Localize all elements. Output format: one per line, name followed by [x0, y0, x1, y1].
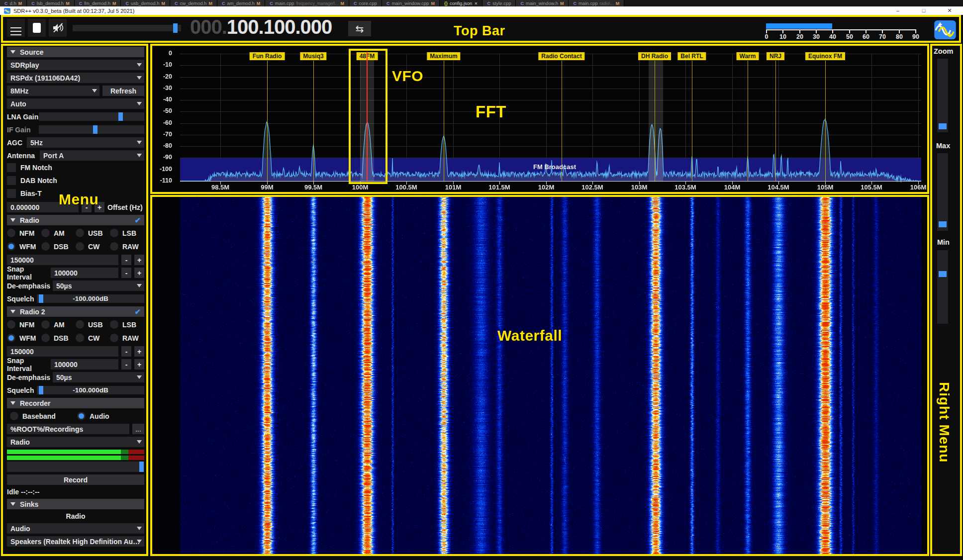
- min-slider[interactable]: [937, 250, 948, 324]
- station-label-maximum[interactable]: Maximum: [427, 52, 460, 60]
- menu-toggle-button[interactable]: [7, 19, 25, 37]
- mode-option-dsb[interactable]: DSB: [41, 334, 76, 342]
- vfo2-bandwidth-band[interactable]: [649, 54, 663, 181]
- module-enabled-checkmark-icon[interactable]: ✔: [134, 216, 141, 225]
- frequency-dim-digits[interactable]: 000.: [190, 16, 227, 38]
- station-label-musiq3[interactable]: Musiq3: [300, 52, 326, 60]
- station-label-fun-radio[interactable]: Fun Radio: [250, 52, 285, 60]
- lna-gain-slider[interactable]: [39, 112, 144, 121]
- mode-option-usb[interactable]: USB: [76, 229, 110, 237]
- bandwidth-dropdown[interactable]: 8MHz: [7, 86, 99, 96]
- de-emphasis-dropdown[interactable]: 50µs: [53, 280, 144, 291]
- bias-t-checkbox[interactable]: [7, 189, 16, 198]
- mode-option-am[interactable]: AM: [41, 229, 76, 237]
- section-header-recorder[interactable]: Recorder: [7, 398, 144, 408]
- sink-type-dropdown[interactable]: Audio: [7, 523, 144, 534]
- station-label-nrj[interactable]: NRJ: [767, 52, 784, 60]
- station-label-bel-rtl[interactable]: Bel RTL: [677, 52, 706, 60]
- max-slider-handle[interactable]: [939, 221, 947, 227]
- editor-tab-main-cpp[interactable]: Cmain.cppradio\...M: [569, 0, 624, 6]
- close-button[interactable]: ✕: [941, 6, 958, 15]
- bandwidth-input[interactable]: 150000: [7, 255, 118, 265]
- recorder-mode-audio[interactable]: Audio: [77, 412, 144, 420]
- volume-slider-handle[interactable]: [173, 23, 178, 33]
- mode-option-lsb[interactable]: LSB: [110, 320, 144, 329]
- frequency-digits[interactable]: 100.100.000: [227, 16, 332, 38]
- squelch-slider[interactable]: -100.000dB: [37, 294, 144, 303]
- editor-tab-cw-demod-h[interactable]: Ccw_demod.hM: [170, 0, 217, 6]
- mode-option-cw[interactable]: CW: [76, 334, 110, 342]
- editor-tab-fm-demod-h[interactable]: Cfm_demod.hM: [75, 0, 121, 6]
- audio-device-dropdown[interactable]: Speakers (Realtek High Definition Audio): [7, 536, 144, 547]
- refresh-button[interactable]: Refresh: [102, 86, 144, 96]
- decrement-button[interactable]: -: [121, 359, 131, 370]
- mode-option-lsb[interactable]: LSB: [110, 229, 144, 237]
- waterfall-display[interactable]: [153, 197, 927, 555]
- editor-tab-main-cpp[interactable]: Cmain.cppfrequency_manager\...M: [265, 0, 349, 6]
- section-header-sinks[interactable]: Sinks: [7, 499, 144, 509]
- squelch-slider[interactable]: -100.000dB: [37, 386, 144, 394]
- tab-close-icon[interactable]: ✕: [474, 1, 478, 6]
- mode-option-raw[interactable]: RAW: [110, 242, 144, 251]
- antenna-dropdown[interactable]: Port A: [40, 150, 144, 161]
- slider-handle[interactable]: [118, 112, 123, 121]
- station-label-equinox-fm[interactable]: Equinox FM: [805, 52, 845, 60]
- station-label-dh-radio[interactable]: DH Radio: [638, 52, 671, 60]
- agc-dropdown[interactable]: 5Hz: [27, 137, 144, 148]
- if-gain-slider[interactable]: [39, 125, 144, 134]
- module-enabled-checkmark-icon[interactable]: ✔: [134, 307, 141, 316]
- recording-path-input[interactable]: %ROOT%/Recordings: [7, 424, 129, 434]
- source-type-dropdown[interactable]: SDRplay: [7, 60, 144, 70]
- volume-handle[interactable]: [139, 462, 144, 472]
- minimize-button[interactable]: –: [889, 6, 906, 15]
- dab-notch-checkbox[interactable]: [7, 176, 16, 185]
- decrement-button[interactable]: -: [121, 268, 131, 278]
- de-emphasis-dropdown[interactable]: 50µs: [53, 372, 144, 382]
- volume-slider[interactable]: [73, 25, 181, 31]
- mode-option-wfm[interactable]: WFM: [7, 242, 41, 251]
- section-header-source[interactable]: Source: [7, 47, 144, 57]
- vfo-swap-button[interactable]: ⇆: [348, 21, 371, 36]
- recorder-mode-baseband[interactable]: Baseband: [7, 412, 77, 420]
- max-slider[interactable]: [937, 153, 948, 231]
- increment-button[interactable]: +: [134, 359, 144, 370]
- editor-tab-usb-demod-h[interactable]: Cusb_demod.hM: [121, 0, 170, 6]
- editor-tab-am-demod-h[interactable]: Cam_demod.hM: [217, 0, 265, 6]
- browse-button[interactable]: ...: [132, 424, 144, 434]
- zoom-slider-handle[interactable]: [939, 123, 947, 129]
- decrement-button[interactable]: -: [121, 255, 131, 265]
- zoom-slider[interactable]: [937, 59, 948, 132]
- fm-notch-checkbox[interactable]: [7, 163, 16, 172]
- editor-tab-core-cpp[interactable]: Ccore.cpp: [349, 0, 382, 6]
- editor-tab-lsb-demod-h[interactable]: Clsb_demod.hM: [27, 0, 74, 6]
- recorder-volume-slider[interactable]: [7, 462, 144, 472]
- samplerate-dropdown[interactable]: Auto: [7, 98, 144, 109]
- section-header-radio[interactable]: Radio✔: [7, 215, 144, 225]
- mute-button[interactable]: [49, 19, 67, 37]
- editor-tab-main-window-cpp[interactable]: Cmain_window.cppM: [382, 0, 440, 6]
- record-button[interactable]: Record: [7, 474, 144, 485]
- mode-option-nfm[interactable]: NFM: [7, 320, 41, 329]
- min-slider-handle[interactable]: [939, 271, 947, 277]
- section-header-radio-2[interactable]: Radio 2✔: [7, 306, 144, 317]
- maximize-button[interactable]: □: [915, 6, 932, 15]
- mode-option-nfm[interactable]: NFM: [7, 229, 41, 237]
- mode-option-wfm[interactable]: WFM: [7, 334, 41, 342]
- squelch-handle[interactable]: [39, 294, 43, 303]
- slider-handle[interactable]: [93, 125, 97, 134]
- editor-tab-main-window-h[interactable]: Cmain_window.hM: [516, 0, 569, 6]
- decrement-button[interactable]: -: [121, 346, 131, 357]
- mode-option-am[interactable]: AM: [41, 320, 76, 329]
- mode-option-dsb[interactable]: DSB: [41, 242, 76, 251]
- recorder-stream-dropdown[interactable]: Radio: [7, 437, 144, 447]
- squelch-handle[interactable]: [39, 386, 43, 394]
- frequency-display[interactable]: 000.100.100.000: [190, 16, 332, 37]
- mode-option-raw[interactable]: RAW: [110, 334, 144, 342]
- station-label-warm[interactable]: Warm: [737, 52, 759, 60]
- device-dropdown[interactable]: RSPdx (191106DA42): [7, 73, 144, 83]
- increment-button[interactable]: +: [134, 255, 144, 265]
- station-label-radio-contact[interactable]: Radio Contact: [538, 52, 584, 60]
- editor-tab-config-json[interactable]: {}config.json✕: [440, 0, 483, 6]
- mode-option-cw[interactable]: CW: [76, 242, 110, 251]
- snap-interval-input[interactable]: 100000: [51, 359, 118, 370]
